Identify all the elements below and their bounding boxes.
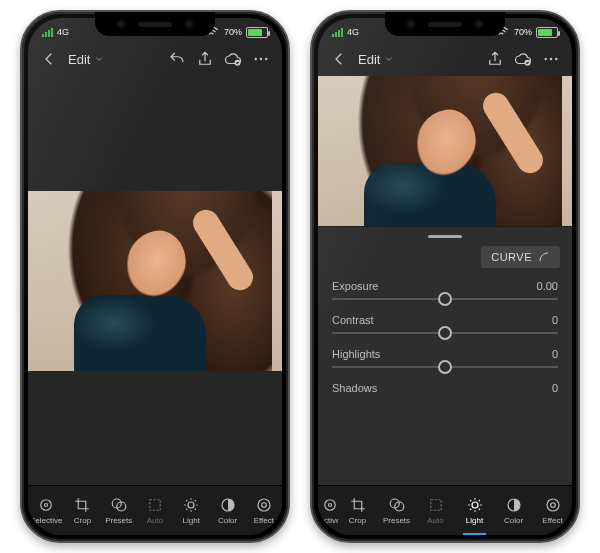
tool-light[interactable]: Light (455, 486, 494, 535)
slider-label: Shadows (332, 382, 377, 394)
svg-point-4 (41, 500, 52, 511)
svg-point-16 (555, 58, 557, 60)
battery-pct: 70% (514, 27, 532, 37)
back-icon[interactable] (330, 50, 348, 68)
selective-icon (36, 496, 56, 514)
svg-point-1 (255, 58, 257, 60)
panel-drag-handle[interactable] (428, 235, 462, 238)
slider-contrast: Contrast 0 (318, 308, 572, 328)
slider-label: Highlights (332, 348, 380, 360)
cloud-check-icon[interactable] (224, 50, 242, 68)
app-topbar: Edit (318, 42, 572, 76)
slider-label: Exposure (332, 280, 378, 292)
selective-icon (320, 496, 338, 514)
svg-point-15 (550, 58, 552, 60)
curve-icon (538, 251, 550, 263)
slider-knob[interactable] (438, 360, 452, 374)
svg-point-5 (45, 504, 48, 507)
tool-effect[interactable]: Effect (246, 486, 282, 535)
signal-icon (332, 28, 343, 37)
svg-point-12 (262, 503, 267, 508)
battery-icon (246, 27, 268, 38)
tool-auto[interactable]: Auto (137, 486, 173, 535)
auto-icon (145, 496, 165, 514)
svg-point-2 (260, 58, 262, 60)
bottom-toolbar: Selective Crop Presets Auto Light (28, 485, 282, 535)
svg-point-9 (188, 502, 194, 508)
chevron-down-icon[interactable] (94, 54, 104, 64)
page-title[interactable]: Edit (68, 52, 90, 67)
tool-crop[interactable]: Crop (338, 486, 377, 535)
more-icon[interactable] (252, 50, 270, 68)
svg-point-3 (265, 58, 267, 60)
crop-icon (72, 496, 92, 514)
share-icon[interactable] (196, 50, 214, 68)
slider-highlights: Highlights 0 (318, 342, 572, 362)
crop-icon (348, 496, 368, 514)
bottom-toolbar: Selective Crop Presets Auto Light (318, 485, 572, 535)
svg-point-14 (545, 58, 547, 60)
slider-exposure-track[interactable] (332, 298, 558, 300)
svg-rect-21 (430, 500, 441, 511)
signal-icon (42, 28, 53, 37)
svg-point-25 (550, 503, 555, 508)
color-icon (218, 496, 238, 514)
photo-viewport[interactable] (28, 76, 282, 485)
tool-effect[interactable]: Effect (533, 486, 572, 535)
share-icon[interactable] (486, 50, 504, 68)
tool-crop[interactable]: Crop (64, 486, 100, 535)
slider-value: 0 (552, 314, 558, 326)
back-icon[interactable] (40, 50, 58, 68)
tool-color[interactable]: Color (494, 486, 533, 535)
network-label: 4G (57, 27, 69, 37)
light-icon (465, 496, 485, 514)
tool-presets[interactable]: Presets (377, 486, 416, 535)
slider-knob[interactable] (438, 292, 452, 306)
tool-auto[interactable]: Auto (416, 486, 455, 535)
auto-icon (426, 496, 446, 514)
more-icon[interactable] (542, 50, 560, 68)
slider-label: Contrast (332, 314, 374, 326)
effect-icon (254, 496, 274, 514)
notch (95, 12, 215, 36)
tool-selective[interactable]: Selective (318, 486, 338, 535)
edited-photo (318, 76, 572, 226)
light-panel: CURVE Exposure 0.00 Contrast 0 (318, 226, 572, 485)
svg-point-18 (329, 504, 332, 507)
presets-icon (387, 496, 407, 514)
battery-pct: 70% (224, 27, 242, 37)
light-icon (181, 496, 201, 514)
tool-color[interactable]: Color (209, 486, 245, 535)
color-icon (504, 496, 524, 514)
phone-left: 4G 70% Edit (20, 10, 290, 543)
edited-photo (28, 191, 282, 371)
slider-value: 0.00 (537, 280, 558, 292)
tool-presets[interactable]: Presets (101, 486, 137, 535)
tool-selective[interactable]: Selective (28, 486, 64, 535)
undo-icon[interactable] (168, 50, 186, 68)
tool-light[interactable]: Light (173, 486, 209, 535)
effect-icon (543, 496, 563, 514)
network-label: 4G (347, 27, 359, 37)
page-title[interactable]: Edit (358, 52, 380, 67)
svg-rect-8 (150, 500, 161, 511)
curve-button[interactable]: CURVE (481, 246, 560, 268)
svg-point-11 (258, 499, 270, 511)
presets-icon (109, 496, 129, 514)
cloud-check-icon[interactable] (514, 50, 532, 68)
battery-icon (536, 27, 558, 38)
svg-point-22 (472, 502, 478, 508)
slider-contrast-track[interactable] (332, 332, 558, 334)
svg-point-24 (547, 499, 559, 511)
svg-point-17 (325, 500, 336, 511)
phone-right: 4G 70% Edit (310, 10, 580, 543)
slider-shadows: Shadows 0 (318, 376, 572, 396)
slider-highlights-track[interactable] (332, 366, 558, 368)
slider-exposure: Exposure 0.00 (318, 274, 572, 294)
photo-viewport[interactable] (318, 76, 572, 226)
slider-value: 0 (552, 382, 558, 394)
notch (385, 12, 505, 36)
app-topbar: Edit (28, 42, 282, 76)
chevron-down-icon[interactable] (384, 54, 394, 64)
slider-knob[interactable] (438, 326, 452, 340)
